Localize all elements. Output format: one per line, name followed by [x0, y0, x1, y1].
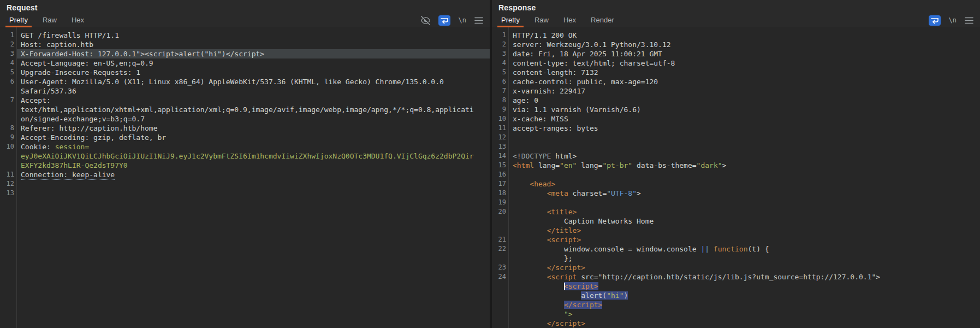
line-number: 5 [0, 68, 14, 77]
code-line: 3date: Fri, 18 Apr 2025 11:00:21 GMT [492, 49, 980, 58]
request-tab-icons: \n [421, 13, 483, 27]
code-line: 1GET /firewalls HTTP/1.1 [0, 31, 490, 40]
request-title: Request [0, 0, 490, 13]
code-line: <script> [492, 282, 980, 291]
code-line: 13 [0, 189, 490, 198]
line-number: 17 [492, 179, 506, 189]
tab-render[interactable]: Render [587, 13, 618, 27]
code-line: </script> [492, 300, 980, 309]
code-line: 2server: Werkzeug/3.0.1 Python/3.10.12 [492, 40, 980, 49]
response-editor[interactable]: 1HTTP/1.1 200 OK2server: Werkzeug/3.0.1 … [492, 27, 980, 328]
code-line: 1HTTP/1.1 200 OK [492, 31, 980, 40]
code-line: 12 [492, 133, 980, 142]
tab-pretty[interactable]: Pretty [497, 13, 524, 27]
code-line: 9via: 1.1 varnish (Varnish/6.6) [492, 105, 980, 114]
code-line: 8Referer: http://caption.htb/home [0, 124, 490, 133]
line-number: 2 [492, 40, 506, 49]
code-line: 7Accept: [0, 96, 490, 105]
line-number: 13 [0, 189, 14, 198]
line-number: 5 [492, 68, 506, 77]
code-line: 6cache-control: public, max-age=120 [492, 77, 980, 86]
code-line: "> [492, 309, 980, 319]
code-line: }; [492, 254, 980, 263]
request-panel: Request PrettyRawHex\n 1GET /firewalls H… [0, 0, 490, 328]
line-number: 3 [0, 49, 14, 58]
code-line: alert("hi") [492, 291, 980, 300]
code-line: 12 [0, 179, 490, 189]
line-number: 19 [492, 198, 506, 207]
code-line: 14<!DOCTYPE html> [492, 151, 980, 161]
request-header: Request PrettyRawHex\n [0, 0, 490, 27]
line-number: 20 [492, 207, 506, 216]
code-line: </script> [492, 319, 980, 328]
line-number: 11 [0, 170, 14, 179]
code-line: on/signed-exchange;v=b3;q=0.7 [0, 114, 490, 124]
code-line: 21 <script> [492, 235, 980, 244]
code-line: 10x-cache: MISS [492, 114, 980, 124]
line-number: 7 [0, 96, 14, 105]
line-number: 1 [0, 31, 14, 40]
code-line: 11Connection: keep-alive [0, 170, 490, 179]
line-number: 10 [492, 114, 506, 124]
code-line: 7x-varnish: 229417 [492, 86, 980, 96]
code-line: 5Upgrade-Insecure-Requests: 1 [0, 68, 490, 77]
newline-icon[interactable]: \n [459, 15, 466, 26]
tab-raw[interactable]: Raw [39, 13, 61, 27]
line-number: 8 [492, 96, 506, 105]
line-number: 6 [0, 77, 14, 86]
soft-wrap-icon[interactable] [929, 15, 941, 26]
menu-icon[interactable] [474, 15, 483, 26]
response-header: Response PrettyRawHexRender\n [492, 0, 980, 27]
menu-icon[interactable] [965, 15, 973, 26]
code-line: Safari/537.36 [0, 86, 490, 96]
code-line: 10Cookie: session= [0, 142, 490, 151]
line-number: 9 [492, 105, 506, 114]
request-editor[interactable]: 1GET /firewalls HTTP/1.12Host: caption.h… [0, 27, 490, 328]
request-tabbar: PrettyRawHex\n [0, 13, 490, 27]
line-number: 8 [0, 124, 14, 133]
code-line: EXFY2kd387hLIR-Qe2dsT97Y0 [0, 161, 490, 170]
line-number: 1 [492, 31, 506, 40]
line-number: 16 [492, 170, 506, 179]
code-line: 18 <meta charset="UTF-8"> [492, 189, 980, 198]
code-line: 13 [492, 142, 980, 151]
code-line: 19 [492, 198, 980, 207]
response-panel: Response PrettyRawHexRender\n 1HTTP/1.1 … [492, 0, 980, 328]
code-line: 20 <title> [492, 207, 980, 216]
line-number: 24 [492, 272, 506, 282]
line-number: 3 [492, 49, 506, 58]
code-line: 8age: 0 [492, 96, 980, 105]
line-number: 13 [492, 142, 506, 151]
tab-hex[interactable]: Hex [560, 13, 580, 27]
code-line: 11accept-ranges: bytes [492, 124, 980, 133]
line-number: 10 [0, 142, 14, 151]
tab-raw[interactable]: Raw [531, 13, 553, 27]
line-number: 6 [492, 77, 506, 86]
code-line: 17 <head> [492, 179, 980, 189]
line-number: 11 [492, 124, 506, 133]
code-line: </title> [492, 226, 980, 235]
text-cursor [564, 283, 565, 290]
code-line: 2Host: caption.htb [0, 40, 490, 49]
message-editor: Request PrettyRawHex\n 1GET /firewalls H… [0, 0, 980, 328]
line-number: 12 [492, 133, 506, 142]
line-number: 14 [492, 151, 506, 161]
line-number: 2 [0, 40, 14, 49]
code-line: 9Accept-Encoding: gzip, deflate, br [0, 133, 490, 142]
code-line: 5content-length: 7132 [492, 68, 980, 77]
line-number: 9 [0, 133, 14, 142]
newline-glyph: \n [949, 16, 957, 24]
eye-off-icon[interactable] [421, 15, 430, 26]
tab-pretty[interactable]: Pretty [5, 13, 32, 27]
response-tab-icons: \n [929, 13, 973, 27]
line-number: 7 [492, 86, 506, 96]
code-line: 4Accept-Language: en-US,en;q=0.9 [0, 58, 490, 68]
code-line: Caption Networks Home [492, 216, 980, 226]
line-number: 21 [492, 235, 506, 244]
line-number: 23 [492, 263, 506, 272]
soft-wrap-icon[interactable] [438, 15, 450, 26]
newline-icon[interactable]: \n [949, 15, 957, 26]
tab-hex[interactable]: Hex [68, 13, 88, 27]
code-line: 4content-type: text/html; charset=utf-8 [492, 58, 980, 68]
line-number: 4 [0, 58, 14, 68]
